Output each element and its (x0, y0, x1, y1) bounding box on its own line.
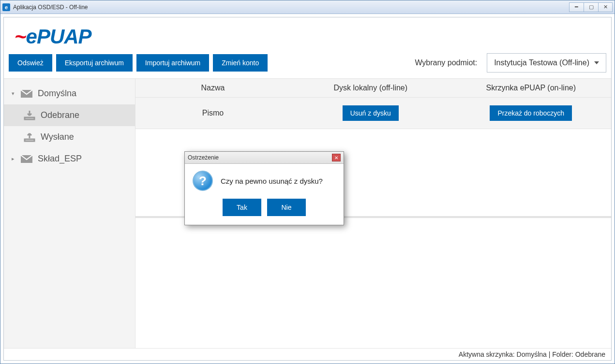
maximize-button[interactable]: ▢ (584, 2, 598, 12)
import-archive-button[interactable]: Importuj archiwum (136, 54, 209, 72)
entity-value: Instytucja Testowa (Off-line) (494, 58, 589, 67)
caret-icon: ▾ (12, 90, 15, 97)
dialog-close-button[interactable]: ✕ (332, 154, 341, 161)
dialog-no-button[interactable]: Nie (267, 199, 306, 216)
chevron-down-icon (594, 61, 599, 64)
logo-row: ~ePUAP (4, 17, 611, 53)
sidebar-item-domyslna[interactable]: ▾ Domyślna (4, 83, 135, 104)
app-window: e Aplikacja OSD/ESD - Off-line ━ ▢ ✕ ~eP… (0, 0, 615, 364)
question-icon: ? (193, 171, 213, 191)
dialog-yes-button[interactable]: Tak (223, 199, 261, 216)
table-header: Nazwa Dysk lokalny (off-line) Skrzynka e… (135, 79, 611, 98)
refresh-button[interactable]: Odswież (9, 54, 52, 72)
dialog-message: Czy na pewno usunąć z dysku? (221, 177, 323, 185)
toolbar: Odswież Eksportuj archiwum Importuj arch… (4, 53, 611, 79)
table-row[interactable]: Pismo Usuń z dysku Przekaż do roboczych (135, 98, 611, 129)
entity-label: Wybrany podmiot: (415, 58, 477, 67)
window-title: Aplikacja OSD/ESD - Off-line (13, 4, 88, 11)
status-bar: Aktywna skrzynka: Domyślna | Folder: Ode… (4, 348, 611, 360)
dialog-titlebar[interactable]: Ostrzeżenie ✕ (185, 152, 344, 164)
change-account-button[interactable]: Zmień konto (213, 54, 268, 72)
entity-select[interactable]: Instytucja Testowa (Off-line) (487, 53, 606, 73)
col-remote-header: Skrzynka ePUAP (on-line) (451, 79, 612, 97)
sidebar: ▾ Domyślna Odebrane Wysłane (4, 79, 135, 348)
move-to-drafts-button[interactable]: Przekaż do roboczych (490, 105, 572, 121)
close-button[interactable]: ✕ (598, 2, 613, 12)
col-name-header: Nazwa (135, 79, 290, 97)
warning-dialog: Ostrzeżenie ✕ ? Czy na pewno usunąć z dy… (184, 151, 344, 225)
sidebar-item-odebrane[interactable]: Odebrane (4, 104, 135, 126)
sidebar-item-wyslane[interactable]: Wysłane (4, 126, 135, 148)
caret-icon: ▸ (12, 156, 15, 162)
row-name: Pismo (135, 104, 290, 122)
titlebar[interactable]: e Aplikacja OSD/ESD - Off-line ━ ▢ ✕ (0, 0, 615, 14)
dialog-title-text: Ostrzeżenie (188, 154, 219, 161)
mail-icon (20, 154, 33, 164)
minimize-button[interactable]: ━ (569, 2, 584, 12)
logo: ~ePUAP (15, 25, 600, 48)
app-icon: e (2, 3, 10, 11)
upload-icon (23, 132, 36, 142)
delete-from-disk-button[interactable]: Usuń z dysku (343, 105, 399, 121)
logo-text: ePUAP (26, 25, 91, 48)
mail-icon (20, 89, 33, 99)
sidebar-item-label: Domyślna (38, 88, 76, 99)
sidebar-item-label: Wysłane (41, 132, 74, 142)
sidebar-item-label: Skład_ESP (38, 154, 82, 164)
export-archive-button[interactable]: Eksportuj archiwum (56, 54, 133, 72)
sidebar-item-label: Odebrane (41, 110, 79, 120)
lower-pane (135, 218, 611, 348)
col-local-header: Dysk lokalny (off-line) (290, 79, 451, 97)
sidebar-item-sklad-esp[interactable]: ▸ Skład_ESP (4, 148, 135, 170)
download-icon (23, 111, 36, 120)
